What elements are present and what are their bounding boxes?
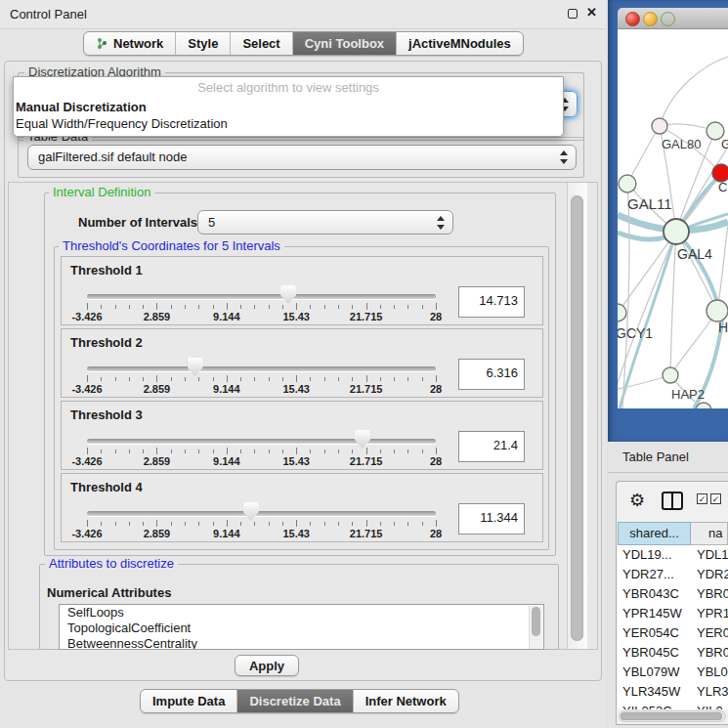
threshold-1-slider-track[interactable] <box>87 294 436 299</box>
table-row[interactable]: YLR345WYLR3 <box>618 682 728 702</box>
threshold-3-slider-track[interactable] <box>87 439 436 444</box>
attribute-item[interactable]: BetweennessCentrality <box>60 636 543 650</box>
node-label: G <box>721 137 728 151</box>
tab-cyni-toolbox-label: Cyni Toolbox <box>305 36 384 51</box>
threshold-4-label: Threshold 4 <box>70 480 143 494</box>
top-tab-bar: Network Style Select Cyni Toolbox jActiv… <box>83 31 524 56</box>
threshold-2-slider-track[interactable] <box>87 366 436 371</box>
tab-infer-network-label: Infer Network <box>365 694 447 708</box>
number-of-intervals-label: Number of Intervals <box>78 215 197 230</box>
horizontal-scrollbar-thumb[interactable] <box>621 712 722 720</box>
threshold-4-slider-track[interactable] <box>87 511 436 516</box>
float-window-icon[interactable] <box>568 9 578 19</box>
vertical-scrollbar-thumb[interactable] <box>571 195 583 641</box>
table-row[interactable]: YIL053CYIL0 <box>618 702 728 709</box>
attribute-item[interactable]: TopologicalCoefficient <box>60 621 543 636</box>
table-row[interactable]: YER054CYER0 <box>618 623 728 643</box>
combo-stepper-icon <box>436 216 445 230</box>
tab-network-label: Network <box>113 36 163 51</box>
tab-style-label: Style <box>188 36 218 51</box>
tab-discretize-data[interactable]: Discretize Data <box>237 690 353 712</box>
node-label: GAL4 <box>677 246 712 262</box>
tab-network[interactable]: Network <box>84 32 176 55</box>
dropdown-option-manual-discretization[interactable]: Manual Discretization <box>14 100 563 115</box>
attributes-scrollbar-thumb[interactable] <box>532 607 540 636</box>
network-window-titlebar[interactable] <box>618 8 728 29</box>
table-row[interactable]: YBR043CYBR0 <box>618 584 728 604</box>
algorithm-dropdown-popup: Select algorithm to view settings Manual… <box>13 76 564 137</box>
checkbox-icon[interactable]: ✓ <box>710 493 721 504</box>
node-table-body: YDL19...YDL1YDR27...YDR2YBR043CYBR0YPR14… <box>618 545 728 709</box>
table-row[interactable]: YDL19...YDL1 <box>618 545 728 565</box>
mac-minimize-icon[interactable] <box>643 12 658 26</box>
node-gal11[interactable] <box>619 175 636 193</box>
table-data-selected: galFiltered.sif default node <box>38 150 187 164</box>
node-label: GAL11 <box>627 195 672 212</box>
mac-zoom-icon[interactable] <box>661 12 675 26</box>
number-of-intervals-combobox[interactable]: 5 <box>197 210 453 235</box>
number-of-intervals-value: 5 <box>208 215 215 230</box>
control-panel-titlebar: Control Panel ✕ <box>0 0 606 29</box>
node-hap2[interactable] <box>663 367 678 383</box>
divider <box>608 472 728 473</box>
table-row[interactable]: YBR045CYBR0 <box>618 643 728 663</box>
threshold-4-panel: Threshold 4 -3.4262.8599.14415.4321.7152… <box>61 473 543 542</box>
threshold-4-slider-thumb[interactable] <box>243 502 259 521</box>
tab-jactivemnodules[interactable]: jActiveMNodules <box>397 32 523 55</box>
horizontal-scrollbar[interactable] <box>619 710 726 722</box>
node-gal4[interactable] <box>664 219 689 244</box>
node-label: H <box>718 320 728 335</box>
threshold-2-slider-thumb[interactable] <box>188 358 203 376</box>
node-gal80[interactable] <box>652 118 667 134</box>
tab-impute-data[interactable]: Impute Data <box>141 690 237 712</box>
threshold-3-label: Threshold 3 <box>70 407 143 422</box>
checkbox-icon[interactable]: ✓ <box>697 493 707 504</box>
attributes-scrollbar[interactable] <box>529 606 542 650</box>
dropdown-hint: Select algorithm to view settings <box>14 80 563 95</box>
node-gcy1[interactable] <box>618 304 626 321</box>
apply-button[interactable]: Apply <box>235 655 299 676</box>
tab-discretize-data-label: Discretize Data <box>249 694 340 708</box>
tab-infer-network[interactable]: Infer Network <box>354 690 458 712</box>
tab-select[interactable]: Select <box>231 32 292 55</box>
control-panel: Control Panel ✕ Network Style Select Cyn… <box>0 0 606 728</box>
threshold-1-panel: Threshold 1 -3.4262.8599.14415.4321.7152… <box>61 256 543 325</box>
table-row[interactable]: YPR145WYPR1 <box>618 604 728 623</box>
threshold-2-panel: Threshold 2 -3.4262.8599.14415.4321.7152… <box>61 328 543 398</box>
interval-definition-title: Interval Definition <box>49 186 154 199</box>
threshold-1-slider-thumb[interactable] <box>280 285 296 304</box>
table-row[interactable]: YDR27...YDR2 <box>618 565 728 584</box>
bottom-tab-bar: Impute Data Discretize Data Infer Networ… <box>140 689 459 713</box>
table-data-combobox[interactable]: galFiltered.sif default node <box>27 145 577 170</box>
threshold-2-label: Threshold 2 <box>70 335 143 350</box>
node-label: GCY1 <box>618 325 653 341</box>
node-label: C <box>718 180 727 194</box>
columns-icon[interactable] <box>662 492 683 510</box>
threshold-1-value-field[interactable]: 14.713 <box>458 286 525 318</box>
threshold-2-value-field[interactable]: 6.316 <box>458 359 525 390</box>
attribute-item[interactable]: SelfLoops <box>60 605 543 621</box>
threshold-3-slider-thumb[interactable] <box>355 430 370 449</box>
network-canvas[interactable]: GAL80 G GAL11 C GAL4 GCY1 H HAP2 <box>618 29 728 408</box>
close-icon[interactable]: ✕ <box>586 5 597 20</box>
threshold-3-panel: Threshold 3 -3.4262.8599.14415.4321.7152… <box>61 401 543 470</box>
threshold-4-value-field[interactable]: 11.344 <box>458 503 525 535</box>
table-header-row: shared... na <box>618 522 728 545</box>
tab-impute-data-label: Impute Data <box>152 694 225 708</box>
threshold-3-value-field[interactable]: 21.4 <box>458 431 525 462</box>
tab-jactivemnodules-label: jActiveMNodules <box>408 36 511 51</box>
mac-close-icon[interactable] <box>625 12 640 26</box>
table-row[interactable]: YBL079WYBL0 <box>618 663 728 682</box>
tab-cyni-toolbox[interactable]: Cyni Toolbox <box>293 32 397 55</box>
column-header-shared-name[interactable]: shared... <box>618 522 691 545</box>
tab-style[interactable]: Style <box>176 32 231 55</box>
thresholds-group-title: Threshold's Coordinates for 5 Intervals <box>59 239 284 253</box>
table-panel-title: Table Panel <box>622 450 689 464</box>
column-header-name[interactable]: na <box>691 522 728 545</box>
panel-title: Control Panel <box>10 7 87 21</box>
dropdown-option-equal-width-frequency[interactable]: Equal Width/Frequency Discretization <box>14 116 563 132</box>
attributes-list[interactable]: SelfLoopsTopologicalCoefficientBetweenne… <box>59 604 544 650</box>
node-h[interactable] <box>707 300 728 321</box>
gear-icon[interactable]: ⚙ <box>629 490 645 511</box>
numerical-attributes-label: Numerical Attributes <box>47 585 171 600</box>
